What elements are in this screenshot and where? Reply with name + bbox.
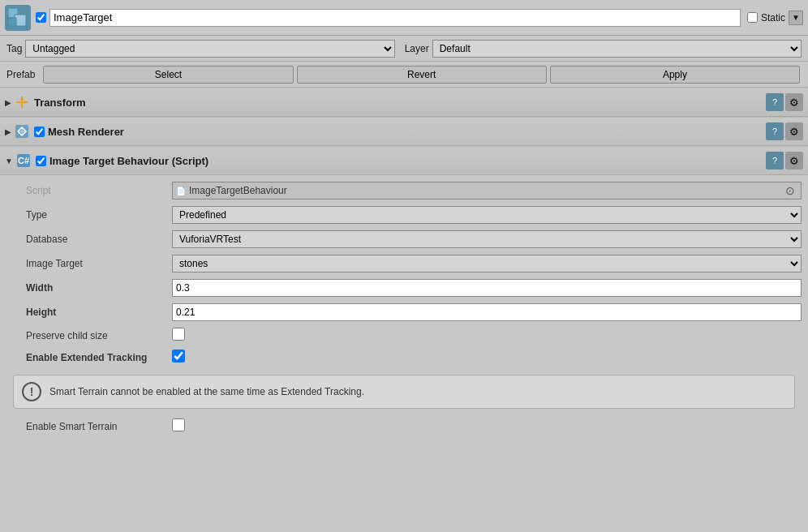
width-label: Width	[26, 282, 172, 294]
type-value: Predefined	[172, 206, 802, 224]
type-row: Type Predefined	[0, 203, 808, 227]
script-row: Script 📄 ImageTargetBehaviour ⊙	[0, 178, 808, 203]
preserve-child-size-checkbox[interactable]	[172, 328, 185, 341]
database-row: Database VuforiaVRTest	[0, 227, 808, 251]
height-input[interactable]	[172, 303, 802, 321]
height-value	[172, 303, 802, 321]
extended-tracking-checkbox[interactable]	[172, 350, 185, 363]
svg-marker-6	[24, 101, 28, 104]
layer-label: Layer	[405, 43, 429, 54]
type-select[interactable]: Predefined	[172, 206, 802, 224]
image-target-value: stones	[172, 255, 802, 272]
prefab-row: Prefab Select Revert Apply	[0, 62, 808, 88]
object-icon	[5, 5, 31, 31]
database-select[interactable]: VuforiaVRTest	[172, 230, 802, 248]
database-value: VuforiaVRTest	[172, 230, 802, 248]
warning-text: Smart Terrain cannot be enabled at the s…	[49, 386, 364, 397]
svg-text:C#: C#	[18, 156, 29, 165]
width-row: Width	[0, 276, 808, 300]
static-checkbox[interactable]	[747, 12, 758, 23]
script-name: ImageTargetBehaviour	[189, 185, 783, 196]
smart-terrain-value	[172, 418, 802, 434]
prefab-label: Prefab	[6, 69, 35, 80]
smart-terrain-checkbox[interactable]	[172, 418, 185, 431]
image-target-row: Image Target stones	[0, 251, 808, 276]
height-row: Height	[0, 300, 808, 324]
extended-tracking-row: Enable Extended Tracking	[0, 346, 808, 368]
smart-terrain-row: Enable Smart Terrain	[0, 415, 808, 437]
transform-title: Transform	[34, 97, 763, 109]
image-target-checkbox[interactable]	[36, 156, 46, 166]
width-value	[172, 279, 802, 297]
mesh-renderer-section-header: ▶ Mesh Renderer ? ⚙	[0, 117, 808, 146]
preserve-child-size-row: Preserve child size	[0, 324, 808, 346]
active-checkbox[interactable]	[36, 12, 46, 23]
select-button[interactable]: Select	[43, 66, 293, 84]
revert-button[interactable]: Revert	[297, 66, 547, 84]
transform-gear-btn[interactable]: ⚙	[785, 93, 803, 111]
mesh-renderer-checkbox[interactable]	[34, 127, 45, 137]
static-label: Static	[761, 12, 785, 24]
preserve-child-size-value	[172, 328, 802, 343]
tag-select[interactable]: Untagged	[25, 40, 394, 58]
database-label: Database	[26, 234, 172, 245]
image-target-gear-btn[interactable]: ⚙	[785, 152, 803, 169]
image-target-label: Image Target	[26, 258, 172, 269]
tag-label: Tag	[6, 43, 22, 54]
transform-toggle[interactable]: ▶	[5, 98, 11, 107]
script-label: Script	[26, 185, 172, 196]
mesh-renderer-toggle[interactable]: ▶	[5, 127, 11, 136]
warning-icon: !	[22, 382, 41, 401]
mesh-renderer-title: Mesh Renderer	[48, 126, 763, 138]
apply-button[interactable]: Apply	[550, 66, 800, 84]
image-target-help-btn[interactable]: ?	[766, 152, 784, 169]
svg-marker-5	[20, 97, 24, 100]
image-target-section-header: ▼ C# Image Target Behaviour (Script) ? ⚙	[0, 146, 808, 175]
image-target-title: Image Target Behaviour (Script)	[49, 155, 763, 167]
script-value-area[interactable]: 📄 ImageTargetBehaviour ⊙	[172, 182, 802, 200]
transform-icon	[15, 95, 29, 109]
image-target-content: Script 📄 ImageTargetBehaviour ⊙ Type Pre…	[0, 175, 808, 440]
preserve-child-size-label: Preserve child size	[26, 330, 172, 341]
static-area: Static ▼	[747, 11, 803, 25]
extended-tracking-value	[172, 350, 802, 365]
transform-help-btn[interactable]: ?	[766, 93, 784, 111]
svg-rect-2	[8, 18, 16, 26]
object-name-input[interactable]	[49, 9, 741, 27]
script-settings-btn[interactable]: ⊙	[783, 183, 797, 198]
image-target-toggle[interactable]: ▼	[5, 157, 13, 165]
mesh-renderer-icon	[15, 124, 29, 139]
static-dropdown-btn[interactable]: ▼	[789, 11, 803, 25]
layer-select[interactable]: Default	[432, 40, 802, 58]
height-label: Height	[26, 307, 172, 318]
width-input[interactable]	[172, 279, 802, 297]
mesh-renderer-gear-btn[interactable]: ⚙	[785, 122, 803, 140]
type-label: Type	[26, 209, 172, 221]
mesh-renderer-help-btn[interactable]: ?	[766, 122, 784, 140]
script-file-icon: 📄	[176, 187, 186, 195]
inspector-header: Static ▼	[0, 0, 808, 36]
extended-tracking-label: Enable Extended Tracking	[26, 352, 172, 363]
image-target-icon: C#	[16, 153, 31, 168]
transform-section-header: ▶ Transform ? ⚙	[0, 88, 808, 117]
tag-layer-row: Tag Untagged Layer Default	[0, 36, 808, 62]
warning-box: ! Smart Terrain cannot be enabled at the…	[13, 375, 795, 409]
smart-terrain-label: Enable Smart Terrain	[26, 421, 172, 432]
image-target-select[interactable]: stones	[172, 255, 802, 272]
